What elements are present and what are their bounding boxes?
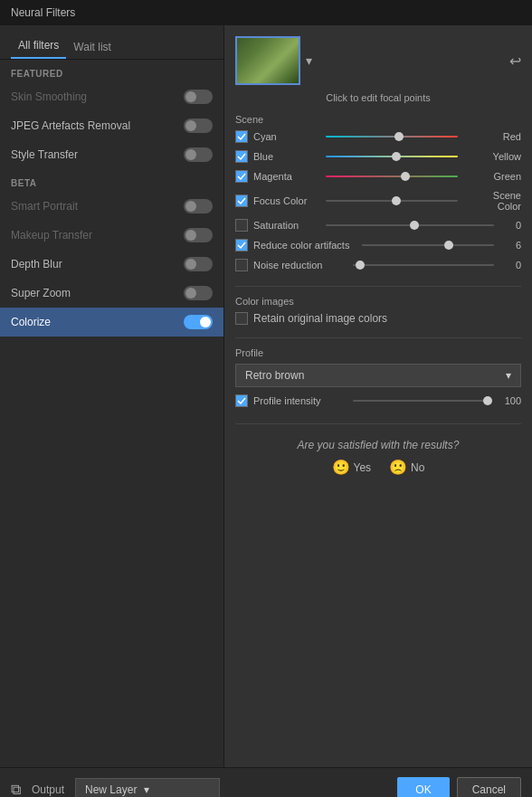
checkbox-cyan[interactable] xyxy=(235,130,248,143)
satisfaction-no-button[interactable]: 🙁 No xyxy=(389,459,424,476)
filter-item-jpeg-artefacts[interactable]: JPEG Artefacts Removal xyxy=(0,111,223,140)
filter-label-depth-blur: Depth Blur xyxy=(11,258,62,270)
value-profile-intensity: 100 xyxy=(496,395,521,406)
slider-noise-reduction[interactable] xyxy=(353,263,494,267)
toggle-makeup-transfer[interactable] xyxy=(184,228,213,242)
bottom-left: ⧉ Output New Layer ▾ xyxy=(11,778,220,798)
checkbox-reduce-artifacts[interactable] xyxy=(235,239,248,251)
track-magenta xyxy=(326,176,458,177)
satisfaction-yes-button[interactable]: 🙂 Yes xyxy=(332,459,372,476)
title-bar: Neural Filters xyxy=(0,0,532,25)
color-images-section: Color images Retain original image color… xyxy=(224,290,532,334)
label-green: Green xyxy=(467,171,521,182)
filter-item-depth-blur[interactable]: Depth Blur xyxy=(0,250,223,279)
checkbox-retain-colors[interactable] xyxy=(235,312,248,325)
filter-label-makeup-transfer: Makeup Transfer xyxy=(11,229,92,242)
tab-wait-list[interactable]: Wait list xyxy=(66,35,119,59)
ok-button[interactable]: OK xyxy=(397,777,449,798)
thumb-magenta[interactable] xyxy=(401,172,410,181)
slider-row-noise-reduction: Noise reduction 0 xyxy=(235,259,521,271)
slider-profile-intensity[interactable] xyxy=(353,399,487,403)
label-noise-reduction: Noise reduction xyxy=(253,260,344,270)
label-red: Red xyxy=(467,131,521,142)
slider-focus-color[interactable] xyxy=(326,199,458,203)
cancel-button[interactable]: Cancel xyxy=(457,777,521,798)
profile-selected: Retro brown xyxy=(245,369,304,382)
no-emoji-icon: 🙁 xyxy=(389,459,407,476)
divider-1 xyxy=(235,286,521,287)
profile-dropdown-icon: ▾ xyxy=(506,369,511,382)
label-cyan: Cyan xyxy=(253,131,317,142)
checkbox-noise-reduction[interactable] xyxy=(235,259,248,271)
bottom-bar: ⧉ Output New Layer ▾ OK Cancel xyxy=(0,767,532,797)
scene-label: Scene xyxy=(235,114,521,125)
label-profile-intensity: Profile intensity xyxy=(253,395,344,406)
checkbox-profile-intensity[interactable] xyxy=(235,394,248,407)
checkbox-blue[interactable] xyxy=(235,150,248,163)
label-yellow: Yellow xyxy=(467,151,521,162)
filter-item-colorize[interactable]: Colorize xyxy=(0,308,223,337)
toggle-depth-blur[interactable] xyxy=(184,257,213,271)
slider-reduce-artifacts[interactable] xyxy=(362,243,494,247)
filter-item-smart-portrait[interactable]: Smart Portrait xyxy=(0,192,223,221)
filter-item-skin-smoothing[interactable]: Skin Smoothing xyxy=(0,82,223,111)
toggle-super-zoom[interactable] xyxy=(184,286,213,300)
slider-row-blue: Blue Yellow xyxy=(235,150,521,163)
slider-cyan[interactable] xyxy=(326,135,458,138)
filter-label-smart-portrait: Smart Portrait xyxy=(11,200,78,213)
label-magenta: Magenta xyxy=(253,171,317,182)
slider-row-cyan: Cyan Red xyxy=(235,130,521,143)
focal-point-text[interactable]: Click to edit focal points xyxy=(224,92,532,110)
satisfaction-question: Are you satisfied with the results? xyxy=(235,439,521,451)
filter-label-style-transfer: Style Transfer xyxy=(11,148,78,161)
checkbox-magenta[interactable] xyxy=(235,170,248,183)
label-scene-color: Scene Color xyxy=(467,190,521,212)
thumb-reduce-artifacts[interactable] xyxy=(444,241,453,250)
filter-label-colorize: Colorize xyxy=(11,316,51,328)
toggle-jpeg-artefacts[interactable] xyxy=(184,119,213,133)
profile-dropdown[interactable]: Retro brown ▾ xyxy=(235,364,521,387)
bottom-buttons: OK Cancel xyxy=(397,777,521,798)
track-noise-reduction xyxy=(353,264,494,266)
label-blue: Blue xyxy=(253,151,317,162)
color-images-row: Retain original image colors xyxy=(235,312,521,325)
layers-icon[interactable]: ⧉ xyxy=(11,782,21,798)
output-label: Output xyxy=(32,783,64,796)
thumb-dropdown-icon[interactable]: ▾ xyxy=(306,53,312,68)
output-selected: New Layer xyxy=(85,783,137,796)
output-dropdown[interactable]: New Layer ▾ xyxy=(75,778,220,798)
toggle-style-transfer[interactable] xyxy=(184,147,213,162)
undo-icon[interactable]: ↩ xyxy=(509,52,521,70)
slider-blue[interactable] xyxy=(326,155,458,158)
toggle-skin-smoothing[interactable] xyxy=(184,90,213,104)
output-dropdown-icon: ▾ xyxy=(144,783,149,796)
tab-all-filters[interactable]: All filters xyxy=(11,33,66,59)
scene-section: Scene Cyan Red Blue xyxy=(224,110,532,282)
value-noise-reduction: 0 xyxy=(503,260,521,270)
thumb-blue[interactable] xyxy=(392,152,401,161)
right-panel: ▾ ↩ Click to edit focal points Scene Cya… xyxy=(224,25,532,767)
preview-thumb-group: ▾ xyxy=(235,36,312,85)
filter-label-jpeg-artefacts: JPEG Artefacts Removal xyxy=(11,119,130,132)
checkbox-focus-color[interactable] xyxy=(235,195,248,207)
thumb-noise-reduction[interactable] xyxy=(356,261,365,270)
yes-label: Yes xyxy=(354,461,372,474)
thumb-saturation[interactable] xyxy=(410,221,419,230)
toggle-colorize[interactable] xyxy=(184,315,213,329)
slider-row-profile-intensity: Profile intensity 100 xyxy=(235,394,521,407)
filter-label-skin-smoothing: Skin Smoothing xyxy=(11,90,87,103)
checkbox-saturation[interactable] xyxy=(235,219,248,232)
filter-item-style-transfer[interactable]: Style Transfer xyxy=(0,140,223,169)
filter-item-super-zoom[interactable]: Super Zoom xyxy=(0,279,223,308)
thumb-focus-color[interactable] xyxy=(392,196,401,205)
slider-magenta[interactable] xyxy=(326,175,458,178)
thumb-cyan[interactable] xyxy=(394,132,404,141)
slider-saturation[interactable] xyxy=(326,223,494,227)
satisfaction-buttons: 🙂 Yes 🙁 No xyxy=(235,459,521,476)
divider-3 xyxy=(235,423,521,424)
profile-label: Profile xyxy=(235,347,521,358)
thumb-profile-intensity[interactable] xyxy=(483,396,492,405)
preview-thumbnail[interactable] xyxy=(235,36,300,85)
filter-item-makeup-transfer[interactable]: Makeup Transfer xyxy=(0,221,223,250)
toggle-smart-portrait[interactable] xyxy=(184,199,213,213)
